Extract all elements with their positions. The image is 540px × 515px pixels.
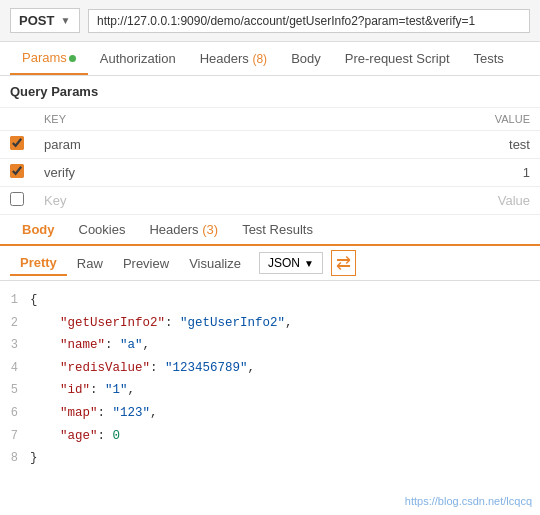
body-tab-body[interactable]: Body [10,215,67,244]
body-tab-testresults[interactable]: Test Results [230,215,325,244]
method-chevron-icon: ▼ [60,15,70,26]
resp-tab-raw[interactable]: Raw [67,252,113,275]
placeholder-key[interactable]: Key [34,187,291,215]
row-checkbox-cell[interactable] [0,159,34,187]
line-number: 7 [0,426,30,448]
tab-headers[interactable]: Headers (8) [188,43,279,74]
tab-tests[interactable]: Tests [462,43,516,74]
tab-prerequest[interactable]: Pre-request Script [333,43,462,74]
placeholder-value[interactable]: Value [291,187,540,215]
code-line: 8} [0,447,540,470]
line-number: 1 [0,290,30,312]
code-line: 3 "name": "a", [0,334,540,357]
line-number: 6 [0,403,30,425]
response-format-row: Pretty Raw Preview Visualize JSON ▼ ⇄ [0,246,540,281]
tab-params[interactable]: Params [10,42,88,75]
body-tab-headers[interactable]: Headers (3) [137,215,230,244]
line-number: 2 [0,313,30,335]
line-content: } [30,447,38,470]
method-label: POST [19,13,54,28]
code-line: 5 "id": "1", [0,379,540,402]
code-area: 1{2 "getUserInfo2": "getUserInfo2",3 "na… [0,281,540,478]
line-content: "getUserInfo2": "getUserInfo2", [30,312,293,335]
wrap-icon[interactable]: ⇄ [331,250,356,276]
query-params-label: Query Params [0,76,540,108]
watermark: https://blog.csdn.net/lcqcq [405,495,532,507]
row-value: test [291,131,540,159]
line-content: "id": "1", [30,379,135,402]
format-dropdown[interactable]: JSON ▼ [259,252,323,274]
params-active-dot [69,55,76,62]
line-number: 4 [0,358,30,380]
placeholder-checkbox-cell[interactable] [0,187,34,215]
body-tab-cookies[interactable]: Cookies [67,215,138,244]
table-row: verify 1 [0,159,540,187]
line-content: { [30,289,38,312]
key-header: KEY [34,108,291,131]
url-bar: POST ▼ [0,0,540,42]
row-checkbox[interactable] [10,164,24,178]
main-tabs: Params Authorization Headers (8) Body Pr… [0,42,540,76]
line-number: 5 [0,380,30,402]
tab-authorization[interactable]: Authorization [88,43,188,74]
resp-tab-visualize[interactable]: Visualize [179,252,251,275]
tab-body[interactable]: Body [279,43,333,74]
row-key: param [34,131,291,159]
body-tabs-row: Body Cookies Headers (3) Test Results [0,215,540,246]
line-content: "name": "a", [30,334,150,357]
row-checkbox-cell[interactable] [0,131,34,159]
line-content: "redisValue": "123456789", [30,357,255,380]
table-row-placeholder: Key Value [0,187,540,215]
table-row: param test [0,131,540,159]
line-content: "map": "123", [30,402,158,425]
line-number: 8 [0,448,30,470]
method-select[interactable]: POST ▼ [10,8,80,33]
line-number: 3 [0,335,30,357]
row-key: verify [34,159,291,187]
code-line: 2 "getUserInfo2": "getUserInfo2", [0,312,540,335]
resp-tab-preview[interactable]: Preview [113,252,179,275]
row-value: 1 [291,159,540,187]
checkbox-header [0,108,34,131]
placeholder-checkbox[interactable] [10,192,24,206]
format-chevron-icon: ▼ [304,258,314,269]
code-line: 4 "redisValue": "123456789", [0,357,540,380]
code-line: 1{ [0,289,540,312]
line-content: "age": 0 [30,425,120,448]
row-checkbox[interactable] [10,136,24,150]
resp-tab-pretty[interactable]: Pretty [10,251,67,276]
code-line: 6 "map": "123", [0,402,540,425]
value-header: VALUE [291,108,540,131]
url-input[interactable] [88,9,530,33]
code-line: 7 "age": 0 [0,425,540,448]
params-table: KEY VALUE param test verify 1 Key Value [0,108,540,215]
